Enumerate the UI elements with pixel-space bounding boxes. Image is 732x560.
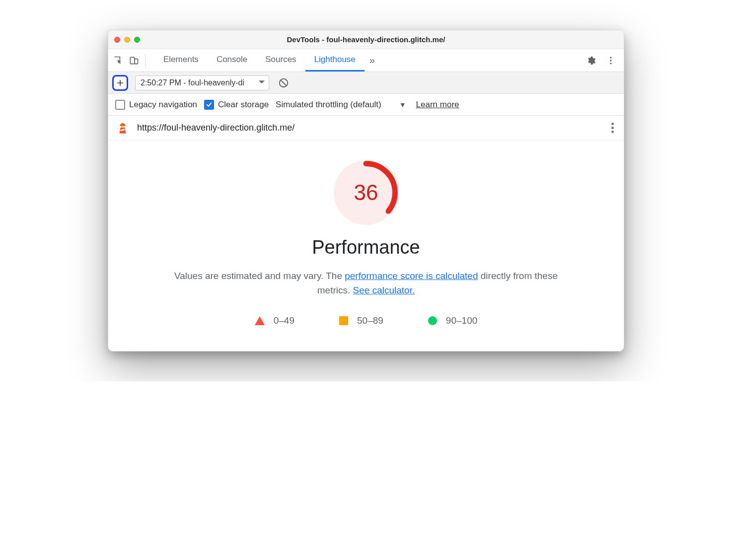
legend-low-label: 0–49 [274,315,294,326]
tab-console[interactable]: Console [208,49,256,71]
report-url: https://foul-heavenly-direction.glitch.m… [137,123,294,133]
inspect-element-icon[interactable] [113,56,123,66]
window-minimize-button[interactable] [124,37,130,43]
throttling-select[interactable]: Simulated throttling (default) ▼ [276,100,406,110]
window-zoom-button[interactable] [134,37,140,43]
clear-storage-label: Clear storage [218,100,269,110]
tabs-right-group [586,56,619,66]
performance-description: Values are estimated and may vary. The p… [162,269,570,297]
throttling-label: Simulated throttling (default) [276,100,381,110]
svg-point-4 [610,63,611,64]
score-legend: 0–49 50–89 90–100 [123,315,609,326]
svg-rect-1 [135,59,138,64]
legend-mid-label: 50–89 [357,315,383,326]
legacy-navigation-option[interactable]: Legacy navigation [115,100,197,110]
lighthouse-logo-icon [116,122,129,135]
svg-line-6 [281,80,287,85]
legacy-navigation-label: Legacy navigation [129,100,197,110]
svg-point-3 [610,60,611,61]
score-calculated-link[interactable]: performance score is calculated [345,271,478,281]
performance-section: 36 Performance Values are estimated and … [108,140,624,351]
panel-tabs-row: Elements Console Sources Lighthouse » [108,49,624,72]
report-menu-button[interactable] [609,121,616,135]
legend-high: 90–100 [428,315,477,326]
svg-rect-0 [131,57,135,64]
desc-prefix: Values are estimated and may vary. The [174,271,345,281]
performance-score: 36 [334,160,398,225]
performance-title: Performance [123,237,609,258]
check-icon [206,101,213,108]
clear-report-icon[interactable] [278,77,289,88]
legend-mid: 50–89 [339,315,383,326]
report-select-label: 2:50:27 PM - foul-heavenly-di [141,78,244,87]
tab-elements[interactable]: Elements [154,49,208,71]
window-title: DevTools - foul-heavenly-direction.glitc… [108,35,624,44]
panel-tabs: Elements Console Sources Lighthouse » [154,49,380,71]
legacy-navigation-checkbox[interactable] [115,100,125,110]
window-close-button[interactable] [114,37,120,43]
legend-high-label: 90–100 [446,315,477,326]
new-report-button[interactable] [112,75,128,91]
plus-icon [116,79,124,87]
kebab-menu-icon[interactable] [606,56,616,66]
clear-storage-option[interactable]: Clear storage [204,100,269,110]
performance-gauge: 36 [334,160,398,225]
lighthouse-toolbar: 2:50:27 PM - foul-heavenly-di [108,72,624,94]
report-url-row: https://foul-heavenly-direction.glitch.m… [108,116,624,140]
tab-sources[interactable]: Sources [256,49,305,71]
svg-point-2 [610,57,611,58]
svg-rect-7 [121,126,125,127]
chevron-down-icon: ▼ [399,101,406,109]
titlebar: DevTools - foul-heavenly-direction.glitc… [108,30,624,49]
legend-low: 0–49 [255,315,294,326]
device-toolbar-icon[interactable] [129,56,139,66]
inspect-tools-group [113,54,146,68]
report-select[interactable]: 2:50:27 PM - foul-heavenly-di [135,75,269,90]
devtools-window: DevTools - foul-heavenly-direction.glitc… [108,30,624,351]
tab-lighthouse[interactable]: Lighthouse [305,49,365,71]
learn-more-link[interactable]: Learn more [416,100,459,110]
see-calculator-link[interactable]: See calculator. [353,285,415,295]
clear-storage-checkbox[interactable] [204,100,214,110]
lighthouse-options-row: Legacy navigation Clear storage Simulate… [108,94,624,116]
square-avg-icon [339,316,348,325]
tabs-overflow-button[interactable]: » [365,55,380,66]
triangle-fail-icon [255,316,265,325]
traffic-lights [114,37,140,43]
settings-gear-icon[interactable] [586,56,596,66]
circle-pass-icon [428,316,437,325]
